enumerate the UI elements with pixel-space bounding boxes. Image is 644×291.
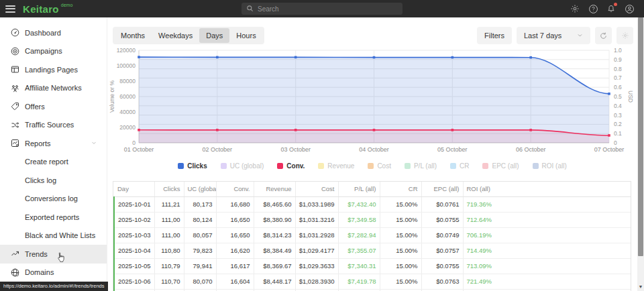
sidebar-item-label: Domains: [25, 268, 54, 276]
sidebar-item-traffic-sources[interactable]: Traffic Sources: [0, 116, 107, 135]
sidebar-item-label: Reports: [25, 139, 51, 148]
table-cell: 110,70: [154, 274, 184, 289]
table-cell: $0.0763: [421, 274, 463, 289]
legend-label: P/L (all): [414, 162, 437, 170]
table-cell: 713.09%: [463, 258, 631, 274]
table-cell: $1,028.3930: [295, 274, 338, 289]
sidebar-item-affiliate-networks[interactable]: Affiliate Networks: [0, 79, 107, 98]
column-header-p-l-all[interactable]: P/L (all): [338, 182, 380, 196]
notifications-bell-icon[interactable]: [606, 3, 616, 14]
sidebar-item-label: Conversions log: [25, 194, 78, 202]
legend-item-roi-all[interactable]: ROI (all): [533, 162, 567, 170]
column-header-conv[interactable]: Conv.: [216, 182, 254, 196]
legend-item-p-l-all[interactable]: P/L (all): [405, 162, 437, 170]
trends-table: DayClicksUC (global)Conv.RevenueCostP/L …: [113, 181, 631, 291]
tab-weekdays[interactable]: Weekdays: [152, 28, 199, 43]
scrollbar-thumb[interactable]: [638, 17, 643, 256]
search-input[interactable]: [258, 5, 392, 13]
sidebar-item-black-and-white-lists[interactable]: Black and White Lists: [0, 227, 107, 245]
table-row[interactable]: 2025-10-05110,7979,94116,617$8,369.67$1,…: [114, 258, 631, 274]
table-cell: 712.64%: [463, 212, 631, 227]
svg-text:USD: USD: [627, 91, 634, 103]
hamburger-menu-icon[interactable]: [0, 0, 20, 17]
affiliate-icon: [9, 82, 20, 93]
svg-text:Volume or %: Volume or %: [109, 80, 115, 113]
svg-text:60000: 60000: [119, 93, 136, 100]
table-cell: 80,057: [184, 227, 216, 243]
table-cell: 2025-10-04: [114, 243, 154, 258]
legend-swatch: [533, 163, 539, 169]
date-range-select[interactable]: Last 7 days: [517, 27, 590, 44]
sidebar-item-dashboard[interactable]: Dashboard: [0, 23, 107, 42]
sidebar-item-clicks-log[interactable]: Clicks log: [0, 171, 107, 190]
sidebar-item-label: Affiliate Networks: [25, 84, 82, 92]
legend-label: CR: [460, 162, 469, 170]
table-row[interactable]: 2025-10-01111,2180,17316,680$8,465.60$1,…: [114, 196, 631, 212]
legend-swatch: [178, 163, 184, 169]
table-cell: $1,033.1989: [295, 196, 338, 212]
sidebar: DashboardCampaignsLandings PagesAffiliat…: [0, 17, 107, 291]
logo-demo-badge: demo: [61, 3, 73, 7]
sidebar-item-offers[interactable]: Offers: [0, 97, 107, 116]
settings-gear-icon[interactable]: [570, 3, 580, 14]
legend-item-conv[interactable]: Conv.: [277, 162, 305, 170]
legend-item-clicks[interactable]: Clicks: [178, 162, 207, 170]
table-cell: $7,282.94: [338, 227, 380, 243]
column-header-uc-global[interactable]: UC (global): [184, 182, 216, 196]
notification-badge: [614, 3, 617, 6]
legend-item-revenue[interactable]: Revenue: [318, 162, 354, 170]
table-row[interactable]: 2025-10-03111,0080,05716,650$8,314.23$1,…: [114, 227, 631, 243]
svg-text:07 October: 07 October: [594, 146, 625, 153]
column-header-day[interactable]: Day: [114, 182, 154, 196]
help-icon[interactable]: [588, 3, 598, 14]
table-cell: $8,314.23: [254, 227, 295, 243]
sidebar-item-create-report[interactable]: Create report: [0, 153, 107, 172]
column-header-epc-all[interactable]: EPC (all): [421, 182, 463, 196]
table-cell: $0.0761: [421, 196, 463, 212]
table-cell: $7,355.07: [338, 243, 380, 258]
table-row[interactable]: 2025-10-04110,8079,82316,620$8,384.49$1,…: [114, 243, 631, 258]
chart-settings-gear-icon[interactable]: [616, 27, 633, 44]
period-tabs: MonthsWeekdaysDaysHours: [113, 27, 264, 44]
column-header-cost[interactable]: Cost: [295, 182, 338, 196]
sidebar-item-label: Campaigns: [25, 47, 62, 55]
sidebar-item-landings-pages[interactable]: Landings Pages: [0, 60, 107, 79]
refresh-button[interactable]: [595, 27, 612, 44]
legend-item-epc-all[interactable]: EPC (all): [482, 162, 519, 170]
svg-text:0.9: 0.9: [614, 56, 622, 63]
legend-swatch: [318, 163, 324, 169]
sidebar-item-conversions-log[interactable]: Conversions log: [0, 190, 107, 209]
legend-item-cost[interactable]: Cost: [368, 162, 391, 170]
column-header-cr[interactable]: CR: [380, 182, 421, 196]
sidebar-item-trends[interactable]: Trends: [0, 245, 107, 264]
table-row[interactable]: 2025-10-02111,0080,12416,650$8,380.90$1,…: [114, 212, 631, 227]
tab-hours[interactable]: Hours: [229, 28, 262, 43]
table-cell: 15.00%: [380, 212, 421, 227]
scrollbar-down-arrow[interactable]: ▼: [637, 284, 644, 290]
sidebar-item-campaigns[interactable]: Campaigns: [0, 42, 107, 61]
sidebar-item-label: Exported reports: [25, 213, 79, 221]
sidebar-item-reports[interactable]: Reports: [0, 134, 107, 153]
table-cell: $0.0757: [421, 243, 463, 258]
svg-text:0.8: 0.8: [614, 66, 622, 72]
tab-days[interactable]: Days: [199, 28, 229, 43]
global-search[interactable]: [241, 3, 402, 15]
user-profile-icon[interactable]: [624, 3, 635, 14]
column-header-roi-all[interactable]: ROI (all): [463, 182, 631, 196]
legend-label: UC (global): [230, 162, 264, 170]
page-scrollbar[interactable]: ▼: [637, 17, 644, 291]
sidebar-item-label: Trends: [25, 250, 48, 258]
legend-item-cr[interactable]: CR: [450, 162, 469, 170]
legend-item-uc-global[interactable]: UC (global): [221, 162, 264, 170]
trends-chart[interactable]: 00.10.20.30.40.50.60.70.80.91.001 Octobe…: [107, 48, 637, 157]
svg-text:01 October: 01 October: [124, 146, 154, 153]
table-cell: 2025-10-01: [114, 196, 154, 212]
sidebar-item-domains[interactable]: Domains: [0, 264, 107, 282]
table-row[interactable]: 2025-10-06110,7080,07016,604$8,448.17$1,…: [114, 274, 631, 289]
tab-months[interactable]: Months: [114, 28, 152, 43]
column-header-revenue[interactable]: Revenue: [254, 182, 295, 196]
chevron-down-icon: [577, 32, 583, 40]
sidebar-item-exported-reports[interactable]: Exported reports: [0, 208, 107, 227]
column-header-clicks[interactable]: Clicks: [154, 182, 184, 196]
filters-button[interactable]: Filters: [477, 27, 512, 44]
